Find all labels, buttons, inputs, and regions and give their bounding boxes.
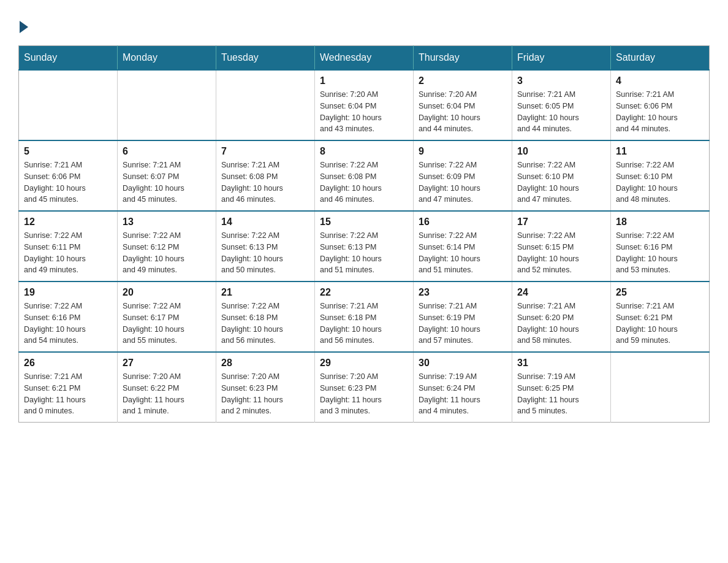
day-number: 1 [320,75,408,86]
day-info: Sunrise: 7:22 AMSunset: 6:14 PMDaylight:… [419,230,507,276]
calendar-cell: 29Sunrise: 7:20 AMSunset: 6:23 PMDayligh… [315,352,414,423]
day-info: Sunrise: 7:22 AMSunset: 6:18 PMDaylight:… [221,301,309,347]
calendar-cell: 20Sunrise: 7:22 AMSunset: 6:17 PMDayligh… [118,282,216,352]
calendar-cell: 10Sunrise: 7:22 AMSunset: 6:10 PMDayligh… [512,140,611,211]
day-info: Sunrise: 7:21 AMSunset: 6:20 PMDaylight:… [517,301,605,347]
calendar-cell: 13Sunrise: 7:22 AMSunset: 6:12 PMDayligh… [118,211,216,282]
calendar-cell: 31Sunrise: 7:19 AMSunset: 6:25 PMDayligh… [512,352,611,423]
day-number: 2 [419,75,507,86]
day-info: Sunrise: 7:20 AMSunset: 6:23 PMDaylight:… [320,371,408,417]
calendar-cell [216,70,315,140]
day-number: 20 [123,287,211,298]
day-info: Sunrise: 7:22 AMSunset: 6:16 PMDaylight:… [24,301,112,347]
day-info: Sunrise: 7:21 AMSunset: 6:21 PMDaylight:… [616,301,704,347]
day-info: Sunrise: 7:21 AMSunset: 6:19 PMDaylight:… [419,301,507,347]
day-number: 16 [419,216,507,228]
day-number: 6 [123,146,211,157]
calendar-cell: 9Sunrise: 7:22 AMSunset: 6:09 PMDaylight… [414,140,512,211]
day-number: 23 [419,287,507,298]
day-info: Sunrise: 7:22 AMSunset: 6:10 PMDaylight:… [517,159,605,205]
week-row-4: 19Sunrise: 7:22 AMSunset: 6:16 PMDayligh… [19,282,710,352]
day-info: Sunrise: 7:21 AMSunset: 6:18 PMDaylight:… [320,301,408,347]
day-number: 17 [517,216,605,228]
day-info: Sunrise: 7:22 AMSunset: 6:12 PMDaylight:… [123,230,211,276]
day-number: 10 [517,146,605,157]
header-day-tuesday: Tuesday [216,46,315,71]
day-number: 24 [517,287,605,298]
calendar-cell: 3Sunrise: 7:21 AMSunset: 6:05 PMDaylight… [512,70,611,140]
week-row-3: 12Sunrise: 7:22 AMSunset: 6:11 PMDayligh… [19,211,710,282]
header-day-saturday: Saturday [611,46,710,71]
header-day-wednesday: Wednesday [315,46,414,71]
day-number: 19 [24,287,112,298]
day-number: 27 [123,358,211,369]
header-row: SundayMondayTuesdayWednesdayThursdayFrid… [19,46,710,71]
day-number: 3 [517,75,605,86]
day-info: Sunrise: 7:20 AMSunset: 6:23 PMDaylight:… [221,371,309,417]
logo [18,18,31,33]
day-number: 14 [221,216,309,228]
calendar-cell: 18Sunrise: 7:22 AMSunset: 6:16 PMDayligh… [611,211,710,282]
calendar-cell: 14Sunrise: 7:22 AMSunset: 6:13 PMDayligh… [216,211,315,282]
day-info: Sunrise: 7:22 AMSunset: 6:13 PMDaylight:… [320,230,408,276]
header-day-thursday: Thursday [414,46,512,71]
calendar-cell [611,352,710,423]
day-info: Sunrise: 7:22 AMSunset: 6:15 PMDaylight:… [517,230,605,276]
day-number: 5 [24,146,112,157]
calendar-cell: 7Sunrise: 7:21 AMSunset: 6:08 PMDaylight… [216,140,315,211]
day-number: 9 [419,146,507,157]
calendar-cell: 8Sunrise: 7:22 AMSunset: 6:08 PMDaylight… [315,140,414,211]
calendar-cell: 5Sunrise: 7:21 AMSunset: 6:06 PMDaylight… [19,140,118,211]
day-number: 28 [221,358,309,369]
day-info: Sunrise: 7:22 AMSunset: 6:08 PMDaylight:… [320,159,408,205]
calendar-cell: 6Sunrise: 7:21 AMSunset: 6:07 PMDaylight… [118,140,216,211]
page-header [18,18,710,33]
day-number: 8 [320,146,408,157]
day-number: 15 [320,216,408,228]
day-info: Sunrise: 7:19 AMSunset: 6:25 PMDaylight:… [517,371,605,417]
calendar-cell: 11Sunrise: 7:22 AMSunset: 6:10 PMDayligh… [611,140,710,211]
day-info: Sunrise: 7:21 AMSunset: 6:21 PMDaylight:… [24,371,112,417]
week-row-1: 1Sunrise: 7:20 AMSunset: 6:04 PMDaylight… [19,70,710,140]
day-info: Sunrise: 7:21 AMSunset: 6:06 PMDaylight:… [24,159,112,205]
day-info: Sunrise: 7:20 AMSunset: 6:04 PMDaylight:… [419,89,507,135]
day-info: Sunrise: 7:22 AMSunset: 6:16 PMDaylight:… [616,230,704,276]
calendar-cell: 2Sunrise: 7:20 AMSunset: 6:04 PMDaylight… [414,70,512,140]
day-info: Sunrise: 7:22 AMSunset: 6:10 PMDaylight:… [616,159,704,205]
day-info: Sunrise: 7:21 AMSunset: 6:07 PMDaylight:… [123,159,211,205]
day-number: 4 [616,75,704,86]
day-info: Sunrise: 7:21 AMSunset: 6:08 PMDaylight:… [221,159,309,205]
logo-arrow-icon [20,21,28,33]
day-info: Sunrise: 7:22 AMSunset: 6:11 PMDaylight:… [24,230,112,276]
calendar-cell: 15Sunrise: 7:22 AMSunset: 6:13 PMDayligh… [315,211,414,282]
calendar-cell: 17Sunrise: 7:22 AMSunset: 6:15 PMDayligh… [512,211,611,282]
day-info: Sunrise: 7:22 AMSunset: 6:13 PMDaylight:… [221,230,309,276]
calendar-cell: 21Sunrise: 7:22 AMSunset: 6:18 PMDayligh… [216,282,315,352]
day-info: Sunrise: 7:20 AMSunset: 6:22 PMDaylight:… [123,371,211,417]
day-info: Sunrise: 7:20 AMSunset: 6:04 PMDaylight:… [320,89,408,135]
day-info: Sunrise: 7:21 AMSunset: 6:05 PMDaylight:… [517,89,605,135]
calendar-cell: 23Sunrise: 7:21 AMSunset: 6:19 PMDayligh… [414,282,512,352]
day-number: 21 [221,287,309,298]
calendar-header: SundayMondayTuesdayWednesdayThursdayFrid… [19,46,710,71]
calendar-cell: 30Sunrise: 7:19 AMSunset: 6:24 PMDayligh… [414,352,512,423]
header-day-sunday: Sunday [19,46,118,71]
day-number: 22 [320,287,408,298]
calendar-cell: 24Sunrise: 7:21 AMSunset: 6:20 PMDayligh… [512,282,611,352]
calendar-cell: 19Sunrise: 7:22 AMSunset: 6:16 PMDayligh… [19,282,118,352]
day-number: 12 [24,216,112,228]
header-day-monday: Monday [118,46,216,71]
calendar-cell: 26Sunrise: 7:21 AMSunset: 6:21 PMDayligh… [19,352,118,423]
day-number: 18 [616,216,704,228]
calendar-cell: 22Sunrise: 7:21 AMSunset: 6:18 PMDayligh… [315,282,414,352]
day-info: Sunrise: 7:22 AMSunset: 6:17 PMDaylight:… [123,301,211,347]
calendar-cell [118,70,216,140]
week-row-5: 26Sunrise: 7:21 AMSunset: 6:21 PMDayligh… [19,352,710,423]
day-info: Sunrise: 7:22 AMSunset: 6:09 PMDaylight:… [419,159,507,205]
calendar-body: 1Sunrise: 7:20 AMSunset: 6:04 PMDaylight… [19,70,710,423]
day-number: 7 [221,146,309,157]
calendar-cell: 16Sunrise: 7:22 AMSunset: 6:14 PMDayligh… [414,211,512,282]
header-day-friday: Friday [512,46,611,71]
day-number: 25 [616,287,704,298]
week-row-2: 5Sunrise: 7:21 AMSunset: 6:06 PMDaylight… [19,140,710,211]
